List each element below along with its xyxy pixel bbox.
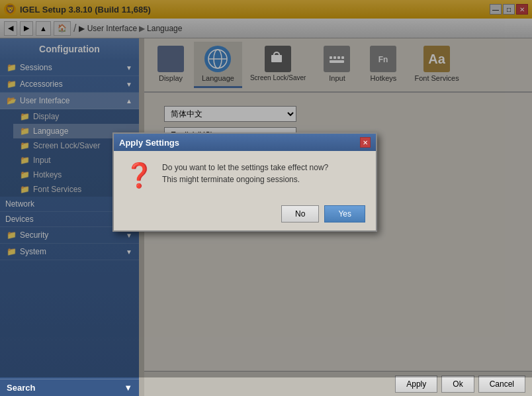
- ok-button[interactable]: Ok: [441, 375, 474, 393]
- search-arrow-icon: ▼: [124, 383, 132, 393]
- dialog-overlay: Apply Settings ✕ ❓ Do you want to let th…: [0, 0, 532, 377]
- apply-settings-dialog: Apply Settings ✕ ❓ Do you want to let th…: [112, 132, 377, 232]
- apply-button[interactable]: Apply: [395, 375, 437, 393]
- dialog-yes-button[interactable]: Yes: [324, 205, 365, 223]
- dialog-no-button[interactable]: No: [281, 205, 319, 223]
- dialog-buttons: No Yes: [114, 200, 376, 230]
- dialog-title: Apply Settings: [119, 138, 179, 148]
- dialog-message: Do you want to let the settings take eff…: [162, 162, 328, 185]
- dialog-body: ❓ Do you want to let the settings take e…: [114, 151, 376, 200]
- sidebar-search[interactable]: Search ▼: [0, 379, 139, 396]
- dialog-title-bar: Apply Settings ✕: [114, 134, 376, 151]
- dialog-question-icon: ❓: [124, 162, 154, 189]
- cancel-button[interactable]: Cancel: [478, 375, 525, 393]
- dialog-close-button[interactable]: ✕: [360, 137, 371, 148]
